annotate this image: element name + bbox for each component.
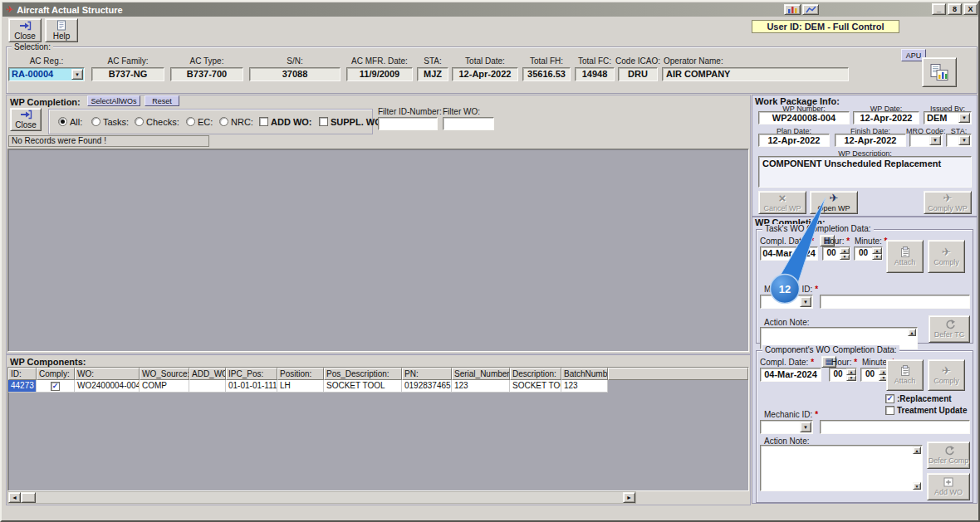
comply-checkbox[interactable]: ✓	[51, 382, 60, 391]
task-attach-button[interactable]: Attach	[886, 240, 924, 273]
task-minute-up-button[interactable]: ▲	[872, 247, 882, 254]
radio-nrc[interactable]	[219, 117, 228, 126]
cell-ipc-pos[interactable]: 01-01-01-111	[226, 380, 277, 393]
issued-by-dropdown-button[interactable]: ▼	[958, 113, 970, 123]
close-button[interactable]: Close	[8, 18, 42, 42]
comp-hour-value[interactable]: 00	[830, 368, 846, 381]
radio-tasks[interactable]	[91, 117, 100, 126]
open-wp-button[interactable]: ✈ Open WP	[810, 191, 858, 214]
comp-mechanic-name-field[interactable]	[820, 420, 970, 434]
wp-sta-dropdown-button[interactable]: ▼	[958, 135, 970, 145]
comp-hour-up-button[interactable]: ▲	[846, 368, 856, 375]
defer-comp-button[interactable]: Defer Comp	[927, 442, 970, 469]
comp-comply-button[interactable]: ✈ Comply	[928, 359, 965, 391]
reset-button[interactable]: Reset	[145, 95, 179, 106]
cell-comply[interactable]: ✓	[37, 380, 75, 393]
wp-sta-combo[interactable]: ▼	[946, 134, 972, 147]
ac-reg-combo[interactable]: RA-00004 ▼	[8, 67, 85, 81]
cell-description[interactable]: SOCKET TOOL	[510, 380, 561, 393]
cell-serial-number[interactable]: 123	[452, 380, 510, 393]
add-wo-checkbox[interactable]: ✓	[259, 117, 268, 126]
cell-position[interactable]: LH	[277, 380, 324, 393]
comp-minute-value[interactable]: 00	[861, 368, 879, 381]
comp-action-note-input[interactable]	[760, 445, 923, 491]
scroll-left-button[interactable]: ◄	[8, 492, 21, 503]
filter-id-input[interactable]	[378, 117, 438, 130]
comp-mechanic-dropdown-button[interactable]: ▼	[800, 422, 811, 432]
col-header-description[interactable]: Description:	[510, 368, 561, 380]
help-button[interactable]: Help	[45, 18, 78, 42]
comp-action-note-scroll-up[interactable]: ▲	[913, 446, 921, 454]
comp-minute-spinner[interactable]: 00 ▲▼	[860, 368, 889, 382]
col-header-id[interactable]: ID:	[8, 368, 37, 380]
close-window-button[interactable]: X	[963, 3, 978, 15]
task-comply-button[interactable]: ✈ Comply	[928, 240, 965, 273]
cell-pn[interactable]: 0192837465	[402, 380, 452, 393]
col-header-wo-source[interactable]: WO_Source:	[140, 368, 189, 380]
report-button[interactable]	[922, 57, 957, 87]
radio-ec[interactable]	[186, 117, 195, 126]
task-minute-down-button[interactable]: ▼	[872, 254, 882, 261]
col-header-batch-number[interactable]: BatchNumber	[561, 368, 608, 380]
cell-wo-source[interactable]: COMP	[140, 380, 189, 393]
comp-hour-spinner[interactable]: 00 ▲▼	[829, 368, 857, 382]
col-header-ipc-pos[interactable]: IPC_Pos:	[226, 368, 277, 380]
task-mechanic-name-field[interactable]	[820, 295, 970, 309]
col-header-position[interactable]: Position:	[277, 368, 324, 380]
horizontal-scrollbar[interactable]: ◄ ►	[7, 491, 636, 504]
comp-compl-date-value[interactable]: 04-Mar-2024	[760, 368, 821, 382]
cell-wo[interactable]: WO2400004-004	[75, 380, 140, 393]
add-wo-button[interactable]: Add WO	[927, 473, 970, 500]
cell-id[interactable]: 44273	[8, 380, 37, 393]
task-compl-date-value[interactable]: 04-Mar-2024	[760, 246, 818, 261]
task-hour-spinner[interactable]: 00 ▲▼	[822, 246, 850, 261]
suppl-wo-checkbox[interactable]: ✓	[319, 117, 328, 126]
comp-mechanic-combo[interactable]: ▼	[760, 420, 813, 434]
mro-code-combo[interactable]: ▼	[909, 134, 943, 147]
ac-reg-dropdown-button[interactable]: ▼	[71, 69, 83, 80]
select-all-wos-button[interactable]: SelectAllWOs	[87, 95, 140, 106]
replacement-checkbox[interactable]: ✓	[885, 394, 894, 403]
issued-by-combo[interactable]: DEM ▼	[924, 111, 972, 124]
scroll-right-button[interactable]: ►	[623, 492, 635, 503]
radio-all[interactable]	[58, 117, 67, 126]
table-row[interactable]: 44273 ✓ WO2400004-004 COMP 01-01-01-111 …	[8, 380, 748, 393]
line-chart-button[interactable]	[802, 4, 819, 15]
comp-attach-button[interactable]: Attach	[886, 359, 924, 391]
col-header-pos-description[interactable]: Pos_Description:	[324, 368, 402, 380]
comp-hour-down-button[interactable]: ▼	[846, 375, 856, 382]
task-hour-down-button[interactable]: ▼	[840, 254, 850, 261]
col-header-pn[interactable]: PN:	[402, 368, 452, 380]
cancel-wp-button[interactable]: × Cancel WP	[758, 191, 806, 214]
col-header-wo[interactable]: WO:	[75, 368, 140, 380]
task-mechanic-dropdown-button[interactable]: ▼	[800, 296, 811, 307]
defer-tc-button[interactable]: Defer TC	[929, 315, 970, 343]
filter-wo-input[interactable]	[443, 117, 494, 130]
task-hour-up-button[interactable]: ▲	[840, 247, 850, 254]
col-header-add-wo[interactable]: ADD_WO:	[189, 368, 226, 380]
cell-batch-number[interactable]: 123	[561, 380, 608, 393]
cell-add-wo[interactable]	[189, 380, 226, 393]
task-minute-spinner[interactable]: 00 ▲▼	[854, 246, 883, 261]
task-action-note-scroll-up[interactable]: ▲	[908, 329, 916, 336]
task-hour-value[interactable]: 00	[823, 247, 840, 260]
mro-code-dropdown-button[interactable]: ▼	[929, 135, 941, 145]
scrollbar-track[interactable]	[36, 492, 623, 503]
task-mechanic-combo[interactable]: ▼	[760, 295, 813, 309]
restore-button[interactable]: 8	[948, 3, 962, 15]
minimize-button[interactable]: _	[932, 3, 946, 15]
wp-close-button[interactable]: Close	[10, 108, 42, 131]
replacement-checkbox-label: :Replacement	[897, 394, 952, 403]
comp-action-note-scroll-down[interactable]: ▼	[913, 482, 921, 490]
radio-checks[interactable]	[135, 117, 144, 126]
treatment-update-checkbox[interactable]: ✓	[885, 406, 894, 415]
bar-chart-button[interactable]	[784, 4, 801, 15]
task-minute-value[interactable]: 00	[855, 247, 872, 260]
scrollbar-thumb[interactable]	[21, 492, 36, 503]
wp-completion-list-area[interactable]	[7, 149, 749, 352]
col-header-serial-number[interactable]: Serial_Number:	[452, 368, 510, 380]
comply-wp-button[interactable]: ✈ Comply WP	[924, 191, 972, 214]
col-header-comply[interactable]: Comply:	[37, 368, 75, 380]
cell-pos-description[interactable]: SOCKET TOOL	[324, 380, 402, 393]
wp-description-value[interactable]: COMPONENT Unscheduled Replacement	[758, 156, 972, 188]
